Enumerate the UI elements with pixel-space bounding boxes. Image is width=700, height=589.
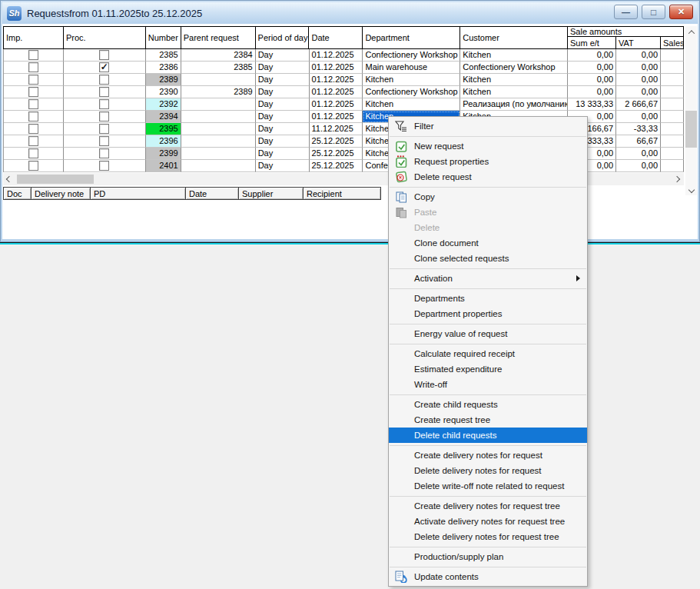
menu-item-delete-write-off-note-related-to-request[interactable]: Delete write-off note related to request [389, 478, 587, 494]
scroll-right-icon[interactable] [671, 173, 682, 185]
grid-cell-proc[interactable]: ✓ [64, 62, 146, 74]
grid-cell-sum[interactable]: 13 333,33 [568, 98, 616, 111]
grid-cell-date[interactable]: 25.12.2025 [310, 148, 363, 160]
imp-checkbox[interactable] [28, 148, 38, 158]
grid-cell-imp[interactable] [4, 62, 64, 74]
grid-cell-imp[interactable] [4, 49, 64, 62]
grid-cell-sum[interactable]: 0,00 [568, 86, 616, 98]
col-header-vat[interactable]: VAT [616, 37, 661, 48]
col-header-period-of-day[interactable]: Period of day [256, 27, 310, 48]
subgrid-col-header-supplier[interactable]: Supplier [238, 187, 304, 200]
grid-cell-proc[interactable] [64, 148, 146, 160]
close-button[interactable]: ✕ [669, 5, 693, 19]
imp-checkbox[interactable] [28, 136, 38, 146]
imp-checkbox[interactable] [28, 161, 38, 171]
grid-cell-sum[interactable]: 0,00 [568, 74, 616, 86]
grid-cell-date[interactable]: 01.12.2025 [310, 111, 363, 123]
subgrid-col-header-recipient[interactable]: Recipient [303, 187, 381, 200]
table-row[interactable]: ✓23862385Day01.12.2025Main warehouseConf… [4, 62, 684, 74]
imp-checkbox[interactable] [28, 111, 38, 121]
proc-checkbox[interactable]: ✓ [99, 62, 109, 72]
grid-cell-period[interactable]: Day [256, 98, 310, 111]
grid-cell-parent[interactable] [181, 123, 256, 135]
grid-cell-vat[interactable]: 2 666,67 [616, 98, 661, 111]
grid-cell-date[interactable]: 01.12.2025 [310, 49, 363, 62]
col-header-proc[interactable]: Proc. [64, 27, 146, 48]
table-row[interactable]: 23852384Day01.12.2025Confectionery Works… [4, 49, 684, 62]
table-row[interactable]: 2392Day01.12.2025KitchenРеализация (по у… [4, 98, 684, 111]
grid-cell-vat[interactable]: -33,33 [616, 123, 661, 135]
col-header-customer[interactable]: Customer [460, 27, 568, 48]
grid-cell-proc[interactable] [64, 98, 146, 111]
menu-item-update-contents[interactable]: Update contents [389, 569, 587, 584]
grid-cell-period[interactable]: Day [256, 123, 310, 135]
grid-cell-sales[interactable] [661, 98, 684, 111]
grid-cell-imp[interactable] [4, 111, 64, 123]
proc-checkbox[interactable] [99, 161, 109, 171]
imp-checkbox[interactable] [28, 75, 38, 85]
menu-item-delete-delivery-notes-for-request-tree[interactable]: Delete delivery notes for request tree [389, 529, 587, 544]
menu-item-department-properties[interactable]: Department properties [389, 306, 587, 321]
menu-item-departments[interactable]: Departments [389, 291, 587, 306]
grid-cell-number[interactable]: 2385 [146, 49, 181, 62]
menu-item-activation[interactable]: Activation [389, 271, 587, 286]
grid-cell-proc[interactable] [64, 123, 146, 135]
menu-item-delete-request[interactable]: Delete request [389, 169, 587, 185]
grid-cell-imp[interactable] [4, 86, 64, 98]
grid-cell-sales[interactable] [661, 123, 684, 135]
grid-cell-customer[interactable]: Реализация (по умолчанию) [460, 98, 568, 111]
proc-checkbox[interactable] [99, 50, 109, 60]
grid-cell-vat[interactable]: 66,67 [616, 135, 661, 148]
grid-cell-imp[interactable] [4, 98, 64, 111]
menu-item-estimated-expenditure[interactable]: Estimated expenditure [389, 361, 587, 377]
grid-cell-sales[interactable] [661, 111, 684, 123]
grid-cell-sum[interactable]: 0,00 [568, 62, 616, 74]
subgrid-col-header-pd[interactable]: PD [90, 187, 186, 200]
grid-cell-date[interactable]: 25.12.2025 [310, 160, 363, 172]
menu-item-delete-delivery-notes-for-request[interactable]: Delete delivery notes for request [389, 463, 587, 478]
proc-checkbox[interactable] [99, 136, 109, 146]
grid-cell-vat[interactable]: 0,00 [616, 160, 661, 172]
table-row[interactable]: 2389Day01.12.2025KitchenKitchen0,000,00 [4, 74, 684, 86]
grid-cell-proc[interactable] [64, 49, 146, 62]
proc-checkbox[interactable] [99, 111, 109, 121]
grid-cell-vat[interactable]: 0,00 [616, 148, 661, 160]
col-header-sum[interactable]: Sum e/t [568, 37, 616, 48]
menu-item-production-supply-plan[interactable]: Production/supply plan [389, 549, 587, 564]
grid-cell-department[interactable]: Confectionery Workshop [363, 49, 460, 62]
grid-cell-proc[interactable] [64, 160, 146, 172]
subgrid-col-header-date[interactable]: Date [185, 187, 239, 200]
grid-cell-imp[interactable] [4, 160, 64, 172]
maximize-button[interactable]: □ [642, 5, 665, 19]
grid-cell-sales[interactable] [661, 74, 684, 86]
imp-checkbox[interactable] [28, 62, 38, 72]
table-row[interactable]: 23902389Day01.12.2025Confectionery Works… [4, 86, 684, 98]
grid-cell-imp[interactable] [4, 123, 64, 135]
grid-cell-vat[interactable]: 0,00 [616, 74, 661, 86]
col-header-sales[interactable]: Sales [661, 37, 684, 48]
menu-item-filter[interactable]: Filter [389, 118, 587, 134]
grid-cell-vat[interactable]: 0,00 [616, 49, 661, 62]
col-header-parent-request[interactable]: Parent request [181, 27, 256, 48]
menu-item-delete-child-requests[interactable]: Delete child requests [389, 428, 587, 443]
grid-cell-sales[interactable] [661, 62, 684, 74]
grid-cell-sales[interactable] [661, 135, 684, 148]
grid-cell-parent[interactable] [181, 111, 256, 123]
grid-cell-period[interactable]: Day [256, 135, 310, 148]
grid-cell-imp[interactable] [4, 148, 64, 160]
grid-cell-date[interactable]: 01.12.2025 [310, 62, 363, 74]
menu-item-new-request[interactable]: New request [389, 138, 587, 154]
col-header-number[interactable]: Number [146, 27, 181, 48]
imp-checkbox[interactable] [28, 124, 38, 134]
vertical-scrollbar[interactable] [685, 26, 697, 195]
col-header-sale-amounts[interactable]: Sale amounts [568, 27, 684, 37]
menu-item-clone-selected-requests[interactable]: Clone selected requests [389, 251, 587, 266]
grid-cell-proc[interactable] [64, 86, 146, 98]
grid-cell-number[interactable]: 2389 [146, 74, 181, 86]
grid-cell-department[interactable]: Confectionery Workshop [363, 86, 460, 98]
grid-cell-parent[interactable]: 2385 [181, 62, 256, 74]
grid-cell-customer[interactable]: Kitchen [460, 49, 568, 62]
grid-cell-vat[interactable]: 0,00 [616, 111, 661, 123]
horizontal-scrollbar-thumb[interactable] [17, 175, 94, 184]
menu-item-create-delivery-notes-for-request-tree[interactable]: Create delivery notes for request tree [389, 498, 587, 514]
